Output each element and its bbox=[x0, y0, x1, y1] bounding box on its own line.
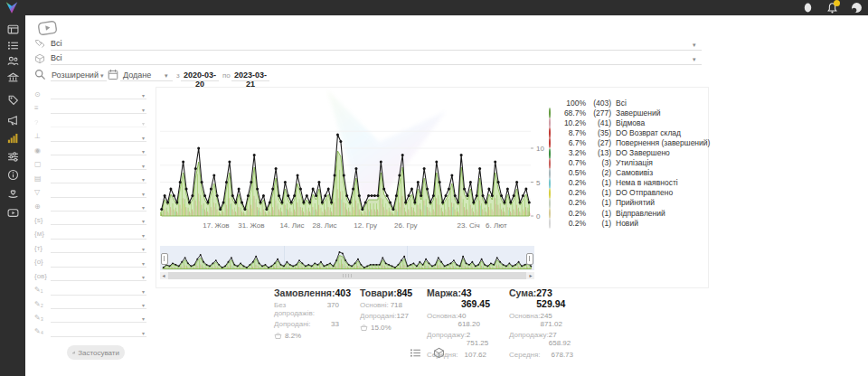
chart-scrollbar[interactable]: ◂ ▸ bbox=[160, 272, 534, 279]
scroll-right-icon[interactable]: ▸ bbox=[527, 272, 534, 279]
legend-item[interactable]: 6.7%(27)Повернення (завершений) bbox=[549, 137, 704, 147]
filter-row-identity[interactable]: ◉▾ bbox=[33, 144, 148, 157]
legend-percent: 0.2% bbox=[561, 178, 586, 187]
product-filter-field[interactable] bbox=[51, 54, 702, 65]
filter-row-note-3[interactable]: ✎₃▾ bbox=[33, 311, 148, 324]
legend-item[interactable]: 10.2%(41)Відмова bbox=[549, 118, 704, 127]
user-icon[interactable] bbox=[802, 2, 814, 14]
legend-swatch-icon bbox=[549, 168, 551, 179]
date-field-dropdown[interactable] bbox=[120, 71, 173, 81]
legend-item[interactable]: 0.5%(2)Самовивіз bbox=[549, 168, 704, 178]
filter-row-web[interactable]: ⊕▾ bbox=[33, 200, 148, 213]
package-view-button[interactable] bbox=[433, 347, 445, 359]
legend-item[interactable]: 0.2%(1)Новий bbox=[549, 218, 704, 228]
note-2-dropdown[interactable] bbox=[51, 308, 146, 309]
filter-row-var-o[interactable]: {о}▾ bbox=[33, 255, 148, 268]
filter-row-funnel[interactable]: ▽▾ bbox=[33, 185, 148, 199]
brush-handle-right[interactable] bbox=[526, 253, 533, 265]
filter-row-structure[interactable]: ⊥▾ bbox=[33, 129, 148, 143]
sidebar-item-company[interactable] bbox=[7, 71, 19, 83]
legend-percent: 100% bbox=[561, 99, 586, 108]
app-root: Всі ▾ Всі ▾ Розширений ▾ Додане ▾ з 2020… bbox=[0, 0, 868, 376]
sidebar-item-statistics[interactable] bbox=[7, 132, 19, 144]
calendar-icon bbox=[108, 69, 118, 80]
legend-item[interactable]: 0.2%(1)DO Отправлено bbox=[549, 188, 704, 198]
filter-row-var-ov[interactable]: {ов}▾ bbox=[33, 269, 148, 283]
stat-sub-value: 370 bbox=[327, 301, 339, 317]
legend-item[interactable]: 3.2%(13)DO Завершено bbox=[549, 147, 704, 157]
notifications-button[interactable] bbox=[826, 2, 838, 14]
legend-percent: 0.2% bbox=[561, 219, 586, 228]
list-view-icon bbox=[410, 347, 421, 359]
list-view-button[interactable] bbox=[410, 347, 421, 359]
x-axis-label: 26. Гру bbox=[394, 221, 418, 230]
geo-dropdown[interactable] bbox=[51, 99, 146, 99]
legend-item[interactable]: 0.7%(3)Утилізація bbox=[549, 158, 704, 168]
filter-row-note-1[interactable]: ✎₁▾ bbox=[33, 283, 148, 296]
sidebar-item-clients[interactable] bbox=[7, 55, 19, 67]
search-mode-field[interactable] bbox=[51, 71, 107, 81]
structure-dropdown[interactable] bbox=[51, 141, 146, 142]
var-t-dropdown[interactable] bbox=[51, 252, 146, 253]
source-filter-field[interactable] bbox=[51, 40, 702, 51]
filter-row-level[interactable]: ≡▾ bbox=[33, 101, 148, 115]
funnel-dropdown[interactable] bbox=[51, 197, 146, 198]
filter-row-var-m[interactable]: {м}▾ bbox=[33, 227, 148, 240]
status-dropdown[interactable] bbox=[51, 127, 146, 127]
legend-item[interactable]: 0.2%(1)Прийнятий bbox=[549, 198, 704, 208]
legend-item[interactable]: 68.7%(277)Завершений bbox=[549, 108, 704, 118]
legend-item[interactable]: 0.2%(1)Нема в наявності bbox=[549, 178, 704, 188]
legend-item[interactable]: 100%(403)Всі bbox=[549, 98, 704, 108]
var-s-dropdown[interactable] bbox=[51, 224, 146, 225]
overview-chart[interactable] bbox=[160, 246, 534, 270]
sidebar-item-support[interactable] bbox=[7, 187, 19, 199]
sidebar-item-integrations[interactable] bbox=[7, 151, 19, 163]
var-m-dropdown[interactable] bbox=[51, 239, 146, 240]
scroll-left-icon[interactable]: ◂ bbox=[160, 272, 167, 279]
filter-row-var-t[interactable]: {т}▾ bbox=[33, 241, 148, 255]
var-o-dropdown[interactable] bbox=[51, 267, 146, 268]
legend-percent: 0.2% bbox=[561, 188, 586, 197]
legend-label: Повернення (завершений) bbox=[616, 138, 710, 147]
legend-item[interactable]: 8.7%(35)DO Возврат склад bbox=[549, 127, 704, 137]
main-chart[interactable]: 0510 bbox=[160, 91, 549, 223]
product-dropdown[interactable] bbox=[51, 169, 146, 170]
app-logo-icon[interactable] bbox=[4, 1, 20, 14]
stat-sub-row: Основна:40 618.20 bbox=[427, 312, 486, 328]
legend-item[interactable]: 0.2%(1)Відправлений bbox=[549, 208, 704, 218]
var-ov-dropdown[interactable] bbox=[51, 280, 146, 281]
note-1-dropdown[interactable] bbox=[51, 295, 146, 296]
product-filter-caret-icon[interactable]: ▾ bbox=[693, 56, 696, 63]
legend-swatch-icon bbox=[549, 158, 551, 169]
filter-row-var-s[interactable]: {s}▾ bbox=[33, 213, 148, 227]
web-dropdown[interactable] bbox=[51, 211, 146, 212]
sidebar-item-info[interactable] bbox=[7, 169, 19, 181]
help-video-button[interactable] bbox=[37, 20, 58, 37]
apply-chart-icon bbox=[72, 349, 75, 356]
sidebar-item-orders[interactable] bbox=[7, 40, 19, 52]
x-axis-label: 31. Жов bbox=[238, 221, 264, 230]
source-filter-caret-icon[interactable]: ▾ bbox=[693, 42, 696, 49]
note-3-dropdown[interactable] bbox=[51, 322, 146, 323]
legend-percent: 68.7% bbox=[561, 108, 586, 118]
filter-row-geo[interactable]: ⊙▾ bbox=[33, 88, 148, 101]
sidebar-item-video-tutorials[interactable] bbox=[7, 207, 19, 219]
filter-row-product[interactable]: ▢▾ bbox=[33, 157, 148, 171]
filter-row-status[interactable]: ?▾ bbox=[33, 116, 148, 129]
brush-handle-left[interactable] bbox=[161, 253, 168, 265]
note-4-dropdown[interactable] bbox=[51, 336, 146, 337]
filter-row-note-2[interactable]: ✎₂▾ bbox=[33, 297, 148, 311]
scrollbar-thumb[interactable] bbox=[168, 272, 526, 279]
filter-row-note-4[interactable]: ✎₄▾ bbox=[33, 324, 148, 338]
payment-dropdown[interactable] bbox=[51, 183, 146, 183]
theme-toggle-icon[interactable] bbox=[851, 2, 863, 14]
level-dropdown[interactable] bbox=[51, 113, 146, 114]
sidebar-item-dashboard-panel[interactable] bbox=[7, 24, 19, 35]
stat-title: Замовлення: bbox=[274, 287, 335, 298]
sidebar-item-price-tags[interactable] bbox=[7, 94, 19, 106]
filter-row-payment[interactable]: ▤▾ bbox=[33, 172, 148, 185]
apply-button[interactable]: Застосувати bbox=[67, 345, 125, 360]
identity-dropdown[interactable] bbox=[51, 155, 146, 155]
stat-sub-label: Допродані: bbox=[274, 320, 311, 328]
sidebar-item-marketing[interactable] bbox=[7, 114, 19, 126]
